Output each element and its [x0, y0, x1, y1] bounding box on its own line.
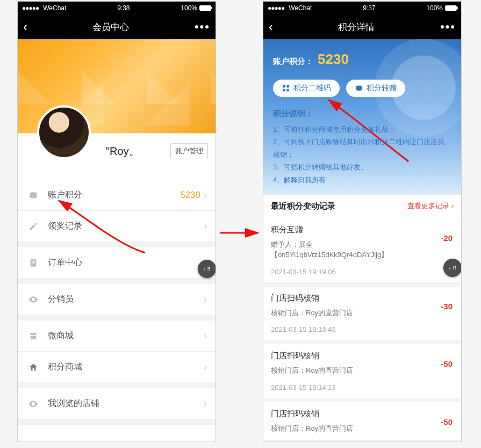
qr-icon — [282, 84, 290, 93]
chevron-right-icon: › — [204, 330, 207, 342]
menu-item-distributor[interactable]: 分销员 › — [18, 284, 216, 315]
chevron-right-icon: › — [204, 189, 207, 201]
floating-apps-button[interactable]: ‹ ⠿ — [198, 260, 216, 278]
menu-label: 订单中心 — [48, 257, 204, 268]
record-amount: -20 — [441, 233, 453, 243]
points-gift-button[interactable]: 积分转赠 — [346, 80, 405, 97]
menu-label: 分销员 — [48, 294, 204, 305]
shop-icon — [27, 330, 39, 342]
pill-label: 积分转赠 — [367, 83, 397, 93]
menu-list: 账户积分 5230 › 领奖记录 › 订单中心 › 分销员 › 微商城 › — [18, 180, 216, 425]
document-icon — [27, 257, 39, 269]
eye-icon — [27, 294, 39, 305]
points-detail-screen: ●●●●● WeChat 9:37 100% ‹ 积分详情 ••• 账户积分： … — [263, 1, 462, 442]
svg-rect-5 — [286, 85, 289, 88]
record-sub: 赠予人：展全【on5Yl1qbVrz15dKk9Qr4dDAYJijg】 — [271, 239, 421, 260]
svg-rect-4 — [283, 85, 285, 88]
status-bar: ●●●●● WeChat 9:38 100% — [18, 2, 216, 15]
pill-label: 积分二维码 — [293, 83, 331, 93]
coin-icon — [27, 189, 39, 201]
home-icon — [27, 361, 39, 373]
more-records-link[interactable]: 查看更多记录 › — [407, 201, 454, 211]
chevron-right-icon: › — [204, 221, 207, 232]
hero-banner — [18, 39, 216, 133]
menu-label: 积分商城 — [48, 361, 204, 373]
record-title: 门店扫码核销 — [271, 351, 454, 361]
battery-icon — [445, 5, 457, 11]
svg-rect-7 — [286, 89, 289, 91]
record-amount: -50 — [441, 359, 453, 368]
title-bar: ‹ 会员中心 ••• — [18, 15, 216, 39]
menu-item-awards[interactable]: 领奖记录 › — [18, 211, 216, 242]
record-title: 积分互赠 — [271, 225, 454, 235]
menu-item-points[interactable]: 账户积分 5230 › — [18, 180, 216, 211]
annotation-arrow — [219, 227, 262, 240]
chevron-right-icon: › — [204, 361, 207, 373]
back-icon[interactable]: ‹ — [269, 20, 273, 33]
explain-title: 积分说明： — [273, 109, 451, 119]
clock-label: 9:37 — [363, 4, 375, 12]
explain-list: 1、可前往积分商城使用积分兑换礼品； 2、可到线下门店购物结算时出示积分二维码让… — [273, 123, 451, 186]
signal-dots-icon: ●●●●● — [268, 4, 284, 12]
record-item[interactable]: 门店扫码核销 核销门店：Roy的直营门店 2021-03-15 19:18:45… — [263, 287, 461, 345]
battery-icon — [199, 5, 211, 11]
signal-dots-icon: ●●●●● — [22, 4, 39, 12]
carrier-label: WeChat — [289, 4, 312, 12]
page-title: 积分详情 — [338, 21, 375, 33]
svg-rect-2 — [32, 261, 35, 262]
menu-label: 我浏览的店铺 — [48, 398, 204, 409]
explain-item: 4、解释归我所有 — [273, 174, 451, 186]
eye-icon — [27, 398, 39, 410]
record-amount: -50 — [441, 417, 453, 426]
explain-item: 3、可把积分转赠给其他好友。 — [273, 161, 451, 173]
username-label: "Roy。 — [106, 144, 140, 159]
points-label: 账户积分： — [273, 56, 313, 67]
records-header: 最近积分变动记录 查看更多记录 › — [263, 195, 461, 218]
menu-item-points-mall[interactable]: 积分商城 › — [18, 352, 216, 383]
records-title: 最近积分变动记录 — [271, 201, 335, 211]
record-time: 2021-03-15 19:19:06 — [271, 268, 454, 276]
battery-percent: 100% — [426, 4, 443, 12]
account-manage-button[interactable]: 账户管理 — [170, 143, 208, 159]
points-panel: 账户积分： 5230 积分二维码 积分转赠 积分说明： 1、可前往积分商城使用积… — [263, 39, 461, 195]
avatar[interactable] — [37, 105, 91, 159]
record-time: 2021-03-15 19:14:13 — [271, 383, 454, 392]
record-time: 2021-03-15 19:18:45 — [271, 325, 454, 333]
points-value: 5230 — [318, 51, 349, 68]
chevron-right-icon: › — [204, 294, 207, 305]
record-sub: 核销门店：Roy的直营门店 — [271, 365, 421, 376]
member-center-screen: ●●●●● WeChat 9:38 100% ‹ 会员中心 ••• "Roy。 … — [17, 1, 216, 442]
menu-item-browsed-shops[interactable]: 我浏览的店铺 › — [18, 388, 216, 419]
floating-apps-button[interactable]: ‹ ⠿ — [443, 259, 462, 277]
record-title: 门店扫码核销 — [271, 293, 454, 303]
status-bar: ●●●●● WeChat 9:37 100% — [263, 2, 461, 15]
menu-label: 领奖记录 — [48, 221, 204, 232]
svg-point-0 — [30, 192, 37, 195]
back-icon[interactable]: ‹ — [23, 20, 27, 33]
pencil-icon — [27, 221, 39, 232]
menu-item-microshop[interactable]: 微商城 › — [18, 321, 216, 352]
page-title: 会员中心 — [92, 21, 129, 33]
coin-icon — [355, 84, 363, 93]
record-sub: 核销门店：Roy的直营门店 — [271, 423, 421, 434]
record-sub: 核销门店：Roy的直营门店 — [271, 308, 421, 318]
carrier-label: WeChat — [43, 4, 66, 12]
explain-item: 2、可到线下门店购物结算时出示积分二维码让门店店员核销； — [273, 136, 451, 161]
chevron-right-icon: › — [204, 398, 207, 409]
record-amount: -30 — [441, 302, 453, 311]
points-qr-button[interactable]: 积分二维码 — [273, 80, 340, 97]
record-item[interactable]: 积分互赠 赠予人：展全【on5Yl1qbVrz15dKk9Qr4dDAYJijg… — [263, 218, 461, 287]
record-item[interactable]: 门店扫码核销 核销门店：Roy的直营门店 2021-03-15 19:14:13… — [263, 344, 461, 402]
menu-label: 微商城 — [48, 330, 204, 342]
battery-percent: 100% — [181, 4, 197, 12]
record-title: 门店扫码核销 — [271, 409, 454, 419]
svg-rect-6 — [283, 89, 285, 91]
more-icon[interactable]: ••• — [195, 20, 210, 34]
explain-item: 1、可前往积分商城使用积分兑换礼品； — [273, 123, 451, 136]
menu-label: 账户积分 — [48, 189, 180, 201]
menu-value: 5230 — [180, 190, 200, 201]
menu-item-orders[interactable]: 订单中心 › — [18, 247, 216, 279]
record-item[interactable]: 门店扫码核销 核销门店：Roy的直营门店 -50 — [263, 402, 461, 442]
svg-rect-3 — [32, 262, 35, 264]
clock-label: 9:38 — [117, 4, 130, 12]
